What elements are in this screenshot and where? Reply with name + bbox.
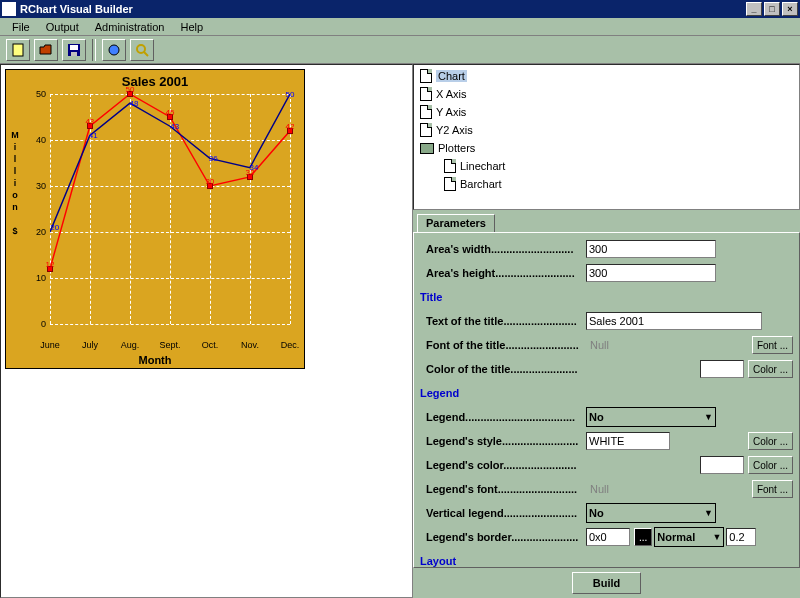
window-title: RChart Visual Builder: [20, 3, 744, 15]
layout-section: Layout: [420, 555, 584, 567]
build-button[interactable]: Build: [572, 572, 642, 594]
preview-pane: Sales 2001 Million $ 12 43 50 45 30 32 4…: [0, 64, 413, 598]
legend-font-button[interactable]: Font ...: [752, 480, 793, 498]
tab-strip: Parameters: [413, 210, 800, 232]
legend-border-input[interactable]: [586, 528, 630, 546]
app-icon: [2, 2, 16, 16]
chart-plot-area: 12 43 50 45 30 32 42 20 41 48 43 36 34 5…: [50, 94, 290, 324]
legend-style-label: Legend's style.........................: [420, 435, 584, 447]
svg-point-5: [137, 45, 145, 53]
title-color-button[interactable]: Color ...: [748, 360, 793, 378]
build-bar: Build: [413, 568, 800, 598]
area-height-label: Area's height..........................: [420, 267, 584, 279]
toolbar: [0, 36, 800, 64]
menu-help[interactable]: Help: [172, 21, 211, 33]
y-axis-label: Million $: [10, 130, 19, 238]
minimize-button[interactable]: _: [746, 2, 762, 16]
menu-bar: File Output Administration Help: [0, 18, 800, 36]
menu-output[interactable]: Output: [38, 21, 87, 33]
tree-item-y2axis[interactable]: Y2 Axis: [416, 121, 797, 139]
title-color-label: Color of the title......................: [420, 363, 584, 375]
menu-administration[interactable]: Administration: [87, 21, 173, 33]
tab-parameters[interactable]: Parameters: [417, 214, 495, 232]
title-bar: RChart Visual Builder _ □ ×: [0, 0, 800, 18]
legend-border-picker[interactable]: ...: [634, 528, 652, 546]
maximize-button[interactable]: □: [764, 2, 780, 16]
open-button[interactable]: [34, 39, 58, 61]
main-area: Sales 2001 Million $ 12 43 50 45 30 32 4…: [0, 64, 800, 598]
title-text-label: Text of the title.......................…: [420, 315, 584, 327]
svg-line-6: [144, 52, 148, 56]
document-icon: [420, 69, 432, 83]
tree-item-barchart[interactable]: Barchart: [416, 175, 797, 193]
legend-color-button[interactable]: Color ...: [748, 456, 793, 474]
legend-border-style-select[interactable]: Normal: [654, 527, 724, 547]
svg-rect-0: [13, 44, 23, 56]
document-icon: [444, 159, 456, 173]
legend-select[interactable]: No: [586, 407, 716, 427]
svg-point-4: [109, 45, 119, 55]
legend-section: Legend: [420, 387, 584, 399]
document-icon: [444, 177, 456, 191]
legend-style-input[interactable]: [586, 432, 670, 450]
tree-view[interactable]: Chart X Axis Y Axis Y2 Axis Plotters Lin…: [413, 64, 800, 210]
legend-border-label: Legend's border......................: [420, 531, 584, 543]
parameters-panel: Area's width........................... …: [413, 232, 800, 568]
vertical-legend-select[interactable]: No: [586, 503, 716, 523]
save-button[interactable]: [62, 39, 86, 61]
tree-item-plotters[interactable]: Plotters: [416, 139, 797, 157]
vertical-legend-label: Vertical legend........................: [420, 507, 584, 519]
chart-preview: Sales 2001 Million $ 12 43 50 45 30 32 4…: [5, 69, 305, 369]
tree-item-yaxis[interactable]: Y Axis: [416, 103, 797, 121]
browser-button[interactable]: [102, 39, 126, 61]
right-pane: Chart X Axis Y Axis Y2 Axis Plotters Lin…: [413, 64, 800, 598]
chart-title: Sales 2001: [6, 70, 304, 89]
title-text-input[interactable]: [586, 312, 762, 330]
legend-font-label: Legend's font..........................: [420, 483, 584, 495]
document-icon: [420, 87, 432, 101]
tree-item-chart[interactable]: Chart: [416, 67, 797, 85]
area-height-input[interactable]: [586, 264, 716, 282]
title-font-button[interactable]: Font ...: [752, 336, 793, 354]
close-button[interactable]: ×: [782, 2, 798, 16]
preview-button[interactable]: [130, 39, 154, 61]
tree-item-xaxis[interactable]: X Axis: [416, 85, 797, 103]
title-color-swatch[interactable]: [700, 360, 744, 378]
area-width-label: Area's width...........................: [420, 243, 584, 255]
new-button[interactable]: [6, 39, 30, 61]
toolbar-separator: [92, 39, 96, 61]
legend-color-label: Legend's color........................: [420, 459, 584, 471]
document-icon: [420, 123, 432, 137]
legend-border-width-input[interactable]: [726, 528, 756, 546]
svg-rect-3: [71, 52, 77, 56]
folder-icon: [420, 143, 434, 154]
document-icon: [420, 105, 432, 119]
legend-label: Legend..................................…: [420, 411, 584, 423]
svg-rect-2: [70, 45, 78, 50]
title-font-label: Font of the title.......................…: [420, 339, 584, 351]
legend-color-swatch[interactable]: [700, 456, 744, 474]
area-width-input[interactable]: [586, 240, 716, 258]
tree-item-linechart[interactable]: Linechart: [416, 157, 797, 175]
legend-style-color-button[interactable]: Color ...: [748, 432, 793, 450]
title-section: Title: [420, 291, 584, 303]
x-axis-label: Month: [6, 354, 304, 366]
menu-file[interactable]: File: [4, 21, 38, 33]
